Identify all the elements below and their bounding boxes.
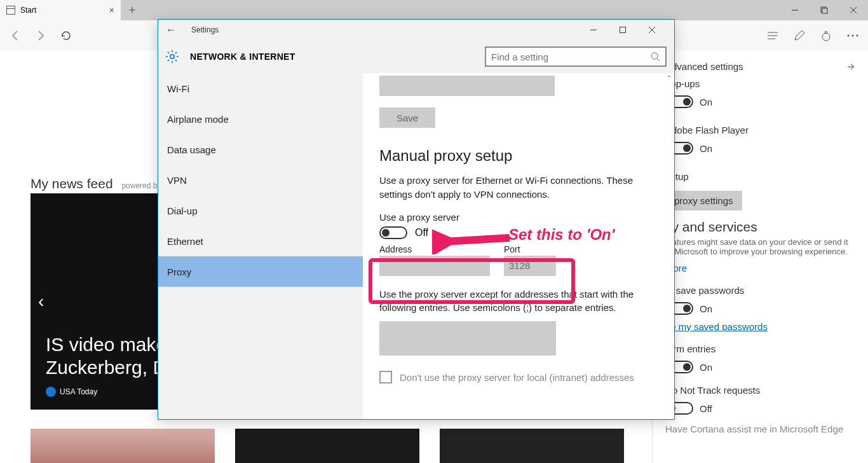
svg-rect-2 (822, 8, 827, 13)
flash-label: Adobe Flash Player (665, 125, 855, 135)
tab-title: Start (20, 6, 36, 15)
address-input[interactable] (379, 256, 490, 276)
news-feed-heading: My news feed powered by M (31, 176, 170, 191)
back-button[interactable] (8, 28, 23, 43)
svg-point-11 (852, 35, 854, 37)
use-proxy-label: Use a proxy server (379, 212, 658, 223)
proxy-setup-label: setup (665, 171, 855, 182)
settings-header: NETWORK & INTERNET (158, 40, 674, 73)
dnt-label: Do Not Track requests (665, 385, 855, 396)
local-addresses-checkbox[interactable] (379, 371, 392, 384)
cortana-label: Have Cortana assist me in Microsoft Edge (665, 424, 855, 434)
save-passwords-label: to save passwords (665, 285, 855, 296)
svg-point-17 (170, 55, 174, 59)
port-input[interactable] (504, 256, 556, 276)
port-label: Port (504, 244, 556, 254)
category-title: NETWORK & INTERNET (190, 52, 295, 62)
address-label: Address (379, 244, 490, 254)
settings-content: ⌃ Save Manual proxy setup Use a proxy se… (363, 73, 674, 419)
sidebar-item-dialup[interactable]: Dial-up (158, 195, 363, 226)
share-icon[interactable] (818, 28, 834, 43)
sidebar-item-ethernet[interactable]: Ethernet (158, 226, 363, 256)
exceptions-input[interactable] (379, 321, 556, 356)
dnt-toggle[interactable]: Off (665, 402, 855, 415)
manual-proxy-description: Use a proxy server for Ethernet or Wi-Fi… (379, 174, 658, 202)
address-port-group: Address Port (379, 244, 658, 276)
use-proxy-toggle[interactable] (379, 226, 407, 239)
settings-window: ← Settings NETWORK & INTERNET Wi-Fi Airp… (158, 19, 675, 420)
edge-advanced-settings-panel: Advanced settings pop-ups On Adobe Flash… (652, 51, 868, 463)
local-addresses-label: Don't use the proxy server for local (in… (400, 372, 634, 383)
more-icon[interactable] (845, 28, 860, 43)
save-passwords-toggle[interactable]: On (665, 302, 855, 315)
forward-button[interactable] (33, 28, 48, 43)
news-thumb[interactable] (440, 429, 624, 463)
manual-proxy-heading: Manual proxy setup (379, 147, 658, 165)
manage-passwords-link[interactable]: ge my saved passwords (665, 321, 768, 332)
privacy-subtext: features might save data on your device … (665, 237, 855, 256)
new-tab-button[interactable]: + (121, 0, 144, 20)
maximize-button[interactable] (608, 20, 637, 39)
gear-icon (163, 48, 181, 66)
svg-rect-14 (620, 27, 626, 33)
news-thumb[interactable] (31, 429, 215, 463)
reading-view-icon[interactable] (765, 28, 780, 43)
save-button[interactable]: Save (379, 107, 435, 128)
close-window-button[interactable] (839, 0, 868, 20)
minimize-button[interactable] (579, 20, 608, 39)
popups-label: pop-ups (665, 78, 855, 89)
minimize-button[interactable] (780, 0, 810, 20)
exceptions-description: Use the proxy server except for addresse… (379, 287, 658, 315)
panel-title: Advanced settings (665, 61, 743, 72)
window-controls (780, 0, 868, 20)
svg-point-18 (651, 53, 658, 59)
flash-toggle[interactable]: On (665, 142, 855, 155)
search-box[interactable] (485, 46, 667, 67)
refresh-button[interactable] (58, 28, 74, 43)
svg-point-8 (822, 33, 830, 41)
chevron-left-icon[interactable]: ‹ (38, 291, 44, 312)
settings-sidebar: Wi-Fi Airplane mode Data usage VPN Dial-… (158, 73, 363, 419)
maximize-button[interactable] (810, 0, 839, 20)
form-entries-label: form entries (665, 343, 855, 354)
back-button[interactable]: ← (166, 24, 176, 36)
search-input[interactable] (491, 52, 650, 62)
search-icon (650, 52, 660, 62)
form-entries-toggle[interactable]: On (665, 361, 855, 373)
browser-tab-bar: Start × + (0, 0, 868, 20)
scroll-up-icon[interactable]: ⌃ (667, 74, 672, 81)
sidebar-item-proxy[interactable]: Proxy (158, 256, 363, 287)
popups-toggle[interactable]: On (665, 95, 855, 108)
pin-icon[interactable] (846, 62, 855, 71)
svg-line-19 (657, 59, 660, 61)
browser-tab[interactable]: Start × (0, 0, 121, 20)
svg-point-12 (857, 35, 858, 37)
window-title: Settings (191, 25, 219, 34)
open-proxy-settings-button[interactable]: proxy settings (665, 191, 742, 211)
settings-titlebar: ← Settings (158, 20, 674, 40)
privacy-heading: cy and services (665, 219, 855, 235)
toggle-state-label: Off (415, 227, 428, 238)
web-note-icon[interactable] (792, 28, 807, 43)
sidebar-item-vpn[interactable]: VPN (158, 165, 363, 195)
news-thumb[interactable] (235, 429, 419, 463)
close-tab-icon[interactable]: × (109, 5, 114, 15)
source-icon (46, 387, 56, 397)
svg-point-10 (848, 35, 850, 37)
sidebar-item-data-usage[interactable]: Data usage (158, 134, 363, 165)
page-icon (6, 6, 15, 15)
sidebar-item-wifi[interactable]: Wi-Fi (158, 73, 363, 104)
close-button[interactable] (637, 20, 667, 39)
script-address-input[interactable] (379, 76, 555, 96)
sidebar-item-airplane[interactable]: Airplane mode (158, 104, 363, 134)
